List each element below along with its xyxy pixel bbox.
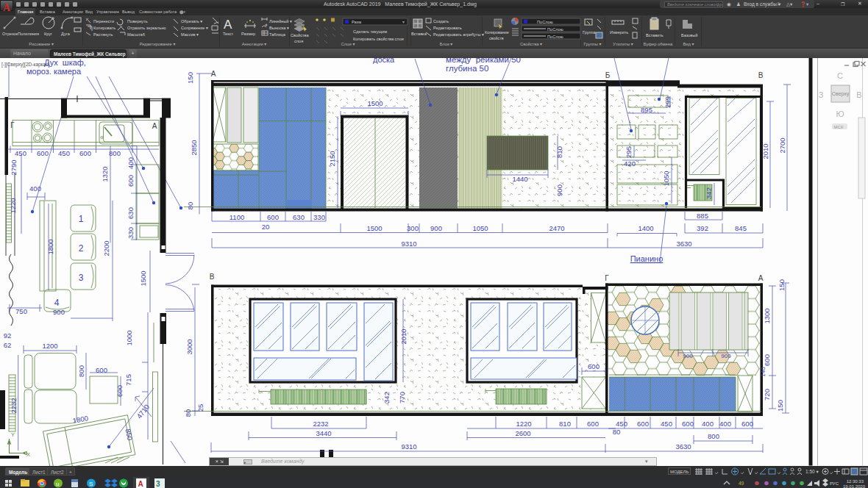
svg-text:3630: 3630 — [675, 442, 691, 451]
svg-text:ПоСлою: ПоСлою — [547, 27, 563, 32]
svg-text:600: 600 — [115, 385, 124, 397]
svg-text:400: 400 — [702, 420, 714, 428]
svg-text:Копирование: Копирование — [485, 30, 509, 35]
svg-text:450: 450 — [661, 420, 672, 428]
svg-text:715: 715 — [124, 374, 132, 386]
svg-text:342: 342 — [383, 392, 391, 403]
svg-text:3: 3 — [79, 273, 84, 283]
svg-text:ПоСлою: ПоСлою — [547, 35, 563, 39]
svg-text:295: 295 — [625, 146, 633, 158]
svg-text:600: 600 — [37, 149, 49, 157]
svg-text:свойств: свойств — [489, 36, 504, 40]
svg-text:600: 600 — [79, 149, 91, 157]
svg-text:Редактировать: Редактировать — [433, 26, 462, 30]
svg-text:92: 92 — [4, 331, 12, 340]
svg-text:800: 800 — [708, 432, 719, 440]
svg-text:Создать: Создать — [433, 19, 449, 24]
svg-text:3630: 3630 — [676, 240, 691, 248]
svg-text:РУС: РУС — [830, 481, 839, 486]
svg-text:мороз. камера: мороз. камера — [26, 67, 82, 76]
svg-text:Пианино: Пианино — [630, 254, 664, 263]
svg-text:450: 450 — [15, 149, 26, 157]
svg-text:720: 720 — [763, 389, 771, 401]
svg-text:Ю: Ю — [836, 110, 844, 118]
svg-text:630: 630 — [127, 207, 135, 219]
svg-text:1500: 1500 — [139, 270, 147, 286]
svg-text:900: 900 — [430, 224, 442, 232]
svg-text:400: 400 — [719, 420, 731, 428]
svg-text:600: 600 — [587, 420, 599, 428]
svg-text:150: 150 — [186, 72, 194, 84]
svg-text:80: 80 — [184, 409, 192, 417]
svg-text:1440: 1440 — [512, 175, 527, 183]
svg-text:9310: 9310 — [401, 442, 416, 451]
svg-text:3440: 3440 — [316, 429, 331, 437]
svg-text:Сделать текущим: Сделать текущим — [353, 29, 387, 34]
svg-text:А: А — [152, 122, 157, 130]
svg-text:Вставить: Вставить — [646, 33, 664, 37]
svg-text:885: 885 — [697, 212, 708, 220]
svg-text:Текст: Текст — [223, 32, 234, 36]
svg-text:В: В — [210, 273, 215, 281]
svg-text:2850: 2850 — [190, 140, 198, 155]
svg-text:2600: 2600 — [515, 429, 530, 437]
svg-text:Таблица: Таблица — [269, 32, 286, 37]
svg-text:Разм: Разм — [352, 20, 361, 24]
svg-text:800: 800 — [109, 149, 121, 157]
svg-text:1000: 1000 — [125, 330, 133, 345]
svg-text:342: 342 — [705, 187, 713, 199]
svg-text:12:30:33: 12:30:33 — [847, 478, 864, 483]
svg-text:1200: 1200 — [42, 342, 57, 350]
svg-text:750: 750 — [15, 307, 27, 315]
svg-text:МСК: МСК — [834, 125, 844, 129]
svg-text:А: А — [211, 70, 216, 78]
svg-text:330: 330 — [127, 227, 135, 239]
svg-text:3000: 3000 — [185, 339, 193, 354]
svg-text:Полилиния: Полилиния — [18, 32, 39, 36]
svg-text:1500: 1500 — [366, 224, 382, 232]
svg-text:9310: 9310 — [401, 240, 416, 248]
svg-text:Обрезать ▾: Обрезать ▾ — [181, 19, 202, 24]
svg-text:150: 150 — [776, 400, 784, 412]
svg-text:А: А — [224, 18, 232, 32]
svg-text:4: 4 — [54, 298, 60, 308]
svg-text:900: 900 — [555, 184, 563, 196]
svg-text:A: A — [138, 479, 143, 487]
svg-text:1100: 1100 — [230, 213, 244, 221]
svg-text:Копировать: Копировать — [93, 26, 115, 30]
svg-text:25: 25 — [196, 404, 204, 412]
svg-text:С: С — [837, 71, 843, 80]
svg-text:300: 300 — [407, 224, 419, 232]
svg-text:Сопряжение ▾: Сопряжение ▾ — [181, 26, 208, 30]
svg-text:600: 600 — [267, 213, 279, 221]
svg-text:А: А — [758, 274, 764, 282]
svg-text:2: 2 — [79, 243, 84, 254]
svg-text:20: 20 — [262, 223, 270, 231]
svg-text:1300: 1300 — [763, 308, 771, 323]
svg-text:2150: 2150 — [328, 151, 336, 166]
svg-text:Г: Г — [605, 274, 609, 282]
svg-text:Перенести: Перенести — [93, 19, 114, 24]
svg-text:1050: 1050 — [662, 171, 670, 186]
svg-text:глубина 50: глубина 50 — [446, 64, 488, 73]
svg-text:600: 600 — [682, 420, 694, 428]
svg-text:62: 62 — [4, 341, 12, 349]
svg-text:Повернуть: Повернуть — [127, 19, 148, 24]
svg-text:1500: 1500 — [367, 99, 383, 107]
svg-text:Измерить: Измерить — [610, 30, 628, 35]
svg-text:Копировать свойства слоя: Копировать свойства слоя — [353, 37, 404, 41]
svg-text:600: 600 — [763, 354, 771, 366]
svg-text:Отразить зеркально: Отразить зеркально — [127, 26, 166, 30]
svg-text:810: 810 — [555, 146, 563, 158]
svg-text:2232: 2232 — [10, 398, 18, 413]
svg-text:2470: 2470 — [549, 224, 564, 232]
svg-text:845: 845 — [735, 224, 747, 232]
svg-text:В: В — [758, 71, 764, 79]
svg-text:X: X — [26, 451, 30, 458]
svg-text:600: 600 — [637, 420, 649, 428]
svg-text:З: З — [819, 90, 824, 99]
svg-text:1: 1 — [79, 214, 84, 224]
svg-text:2010: 2010 — [399, 329, 408, 344]
svg-text:400: 400 — [127, 157, 135, 169]
svg-text:810: 810 — [559, 420, 571, 428]
